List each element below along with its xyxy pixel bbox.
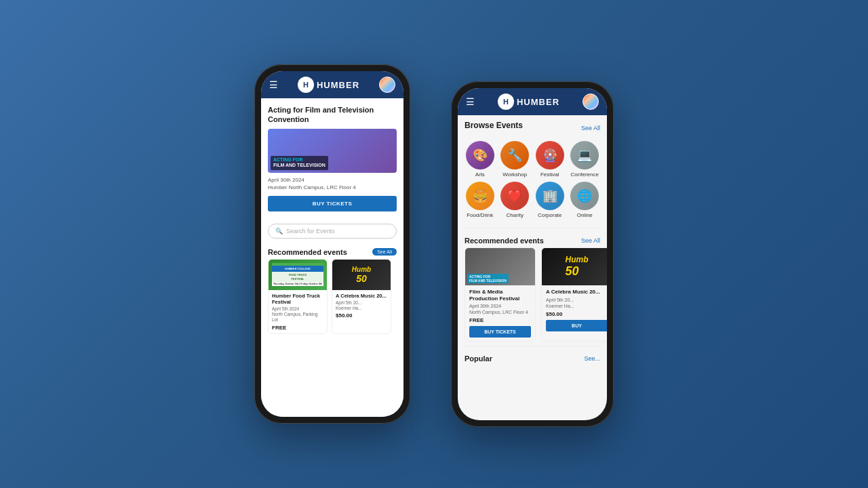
right-card-1-title: Film & Media Production Festival	[469, 289, 531, 302]
right-card-2-title: A Celebra Music 20...	[546, 289, 607, 296]
browse-see-all-link[interactable]: See All	[581, 125, 600, 131]
card-2-image: Humb50	[332, 260, 391, 290]
right-card-2-location: Koerner Ha...	[546, 303, 607, 309]
right-user-avatar[interactable]	[583, 94, 599, 110]
festival-label: Festival	[540, 171, 559, 178]
card-2-image-content: Humb50	[332, 260, 391, 290]
arts-icon: 🎨	[466, 141, 494, 169]
card-2-price: $50.00	[336, 312, 387, 319]
corporate-icon: 🏢	[536, 182, 564, 210]
charity-label: Charity	[507, 212, 524, 218]
card-1-date: April 5th 2024	[272, 306, 323, 312]
recommended-see-all-button[interactable]: See All	[372, 248, 397, 256]
food-icon: 🍔	[466, 182, 494, 210]
right-card-1-price: FREE	[469, 317, 531, 323]
right-event-cards-list: ACTING FORFILM AND TELEVISION Film & Med…	[458, 247, 607, 342]
right-card-1-location: North Campus, LRC Floor 4	[469, 309, 531, 315]
category-food[interactable]: 🍔 Food/Drink	[465, 182, 496, 218]
phones-container: ☰ H HUMBER Acting for Film and Televisio…	[254, 61, 614, 427]
card-1-image: HUMBER COLLEGE FOOD TRUCKFESTIVAL Thursd…	[269, 260, 327, 290]
hamburger-menu-icon[interactable]: ☰	[269, 79, 278, 90]
right-card-1-date: April 30th 2024	[469, 303, 531, 309]
card-1-title: Humber Food Truck Festival	[272, 293, 323, 305]
right-card-2-buy-button[interactable]: BUY	[546, 320, 607, 331]
category-workshop[interactable]: 🔧 Workshop	[500, 141, 531, 178]
category-festival[interactable]: 🎡 Festival	[534, 141, 566, 178]
section-divider-2	[465, 346, 600, 346]
event-image-overlay: ACTING FOR FILM AND TELEVISION	[271, 156, 328, 170]
right-logo-area: H HUMBER	[498, 94, 559, 110]
event-image-background: ACTING FOR FILM AND TELEVISION	[268, 129, 397, 173]
section-divider-1	[465, 228, 600, 228]
online-label: Online	[577, 212, 593, 218]
event-card-2[interactable]: Humb50 A Celebra Music 20... April 5th 2…	[332, 259, 391, 334]
conference-icon: 💻	[570, 141, 599, 169]
right-card-1-image-content: ACTING FORFILM AND TELEVISION	[465, 248, 535, 285]
right-card-2-image: Humb50	[542, 248, 607, 285]
left-header: ☰ H HUMBER	[261, 71, 403, 98]
conference-label: Conference	[571, 171, 599, 178]
festival-icon: 🎡	[536, 141, 564, 169]
card-1-body: Humber Food Truck Festival April 5th 202…	[269, 290, 327, 333]
popular-see-all[interactable]: See...	[584, 355, 600, 362]
category-conference[interactable]: 💻 Conference	[570, 141, 601, 178]
left-phone-screen: ☰ H HUMBER Acting for Film and Televisio…	[261, 71, 403, 417]
search-icon: 🔍	[275, 228, 283, 235]
right-phone: ☰ H HUMBER Browse Events See All 🎨 Art	[451, 81, 614, 427]
right-header: ☰ H HUMBER	[458, 88, 607, 115]
left-phone: ☰ H HUMBER Acting for Film and Televisio…	[254, 64, 410, 424]
category-arts[interactable]: 🎨 Arts	[465, 141, 496, 178]
right-card-2-image-content: Humb50	[542, 248, 607, 285]
right-card-2-date: April 5th 20...	[546, 297, 607, 303]
right-recommended-title: Recommended events	[465, 237, 544, 245]
event-image-text: ACTING FOR FILM AND TELEVISION	[273, 157, 326, 169]
corporate-label: Corporate	[538, 212, 562, 218]
card-1-location: North Campus, Parking Lot	[272, 312, 323, 323]
browse-events-title: Browse Events	[465, 121, 523, 130]
right-card-1-buy-button[interactable]: BUY TICKETS	[469, 326, 531, 338]
charity-icon: ❤️	[500, 182, 529, 210]
card-1-image-content: HUMBER COLLEGE FOOD TRUCKFESTIVAL Thursd…	[269, 260, 327, 290]
right-humber-logo-text: HUMBER	[517, 97, 559, 107]
search-placeholder: Search for Events	[286, 228, 335, 235]
workshop-label: Workshop	[502, 171, 527, 178]
right-event-card-2[interactable]: Humb50 A Celebra Music 20... April 5th 2…	[541, 247, 607, 342]
category-charity[interactable]: ❤️ Charity	[500, 182, 531, 218]
right-recommended-header: Recommended events See All	[458, 232, 607, 247]
featured-event-location: Humber North Campus, LRC Floor 4	[268, 184, 397, 190]
right-card-2-price: $50.00	[546, 311, 607, 317]
card-2-date: April 5th 20...	[336, 300, 387, 306]
humber-logo-text: HUMBER	[317, 80, 359, 90]
right-event-card-1[interactable]: ACTING FORFILM AND TELEVISION Film & Med…	[465, 247, 536, 342]
featured-event-image: ACTING FOR FILM AND TELEVISION	[268, 129, 397, 173]
left-screen-content: Acting for Film and Television Conventio…	[261, 98, 403, 417]
category-online[interactable]: 🌐 Online	[570, 182, 601, 218]
featured-event-title: Acting for Film and Television Conventio…	[268, 105, 397, 125]
right-card-2-body: A Celebra Music 20... April 5th 20... Ko…	[542, 285, 607, 335]
event-cards-list: HUMBER COLLEGE FOOD TRUCKFESTIVAL Thursd…	[261, 259, 403, 334]
right-card-1-body: Film & Media Production Festival April 3…	[465, 285, 535, 341]
humber-logo-icon: H	[298, 77, 314, 93]
category-corporate[interactable]: 🏢 Corporate	[534, 182, 566, 218]
category-grid: 🎨 Arts 🔧 Workshop 🎡 Festival 💻 Conferenc…	[465, 141, 600, 218]
food-label: Food/Drink	[467, 212, 493, 218]
buy-tickets-button[interactable]: BUY TICKETS	[268, 196, 397, 211]
popular-section: Popular See...	[458, 350, 607, 364]
search-bar[interactable]: 🔍 Search for Events	[268, 224, 397, 239]
card-1-price: FREE	[272, 325, 323, 331]
right-card-1-overlay: ACTING FORFILM AND TELEVISION	[467, 274, 509, 283]
event-card-1[interactable]: HUMBER COLLEGE FOOD TRUCKFESTIVAL Thursd…	[268, 259, 328, 334]
right-recommended-see-all[interactable]: See All	[581, 237, 600, 244]
user-avatar[interactable]	[379, 77, 395, 93]
event-image-line2: FILM AND TELEVISION	[273, 163, 326, 167]
right-hamburger-menu-icon[interactable]: ☰	[466, 96, 475, 107]
card-2-location: Koerner Ha...	[336, 306, 387, 311]
recommended-section-header: Recommended events See All	[261, 244, 403, 259]
right-humber-logo-icon: H	[498, 94, 514, 110]
workshop-icon: 🔧	[500, 141, 529, 169]
online-icon: 🌐	[570, 182, 599, 210]
right-card-1-image: ACTING FORFILM AND TELEVISION	[465, 248, 535, 285]
event-image-line1: ACTING FOR	[273, 157, 303, 162]
featured-event-date: April 30th 2024	[268, 177, 397, 183]
popular-title: Popular	[465, 354, 492, 363]
